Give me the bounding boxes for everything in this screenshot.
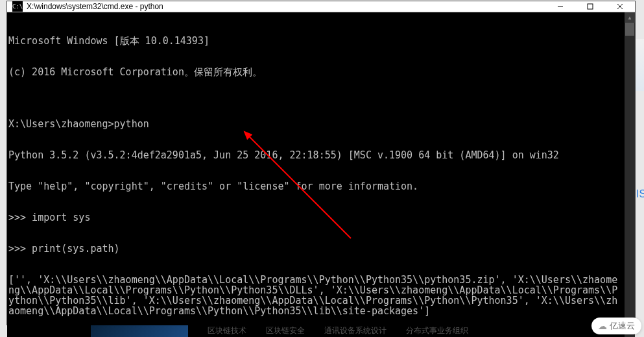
- background-accent-text: IS: [636, 188, 644, 200]
- minimize-icon: [557, 3, 564, 10]
- background-strip: [636, 39, 644, 91]
- background-thumbnail: [91, 325, 188, 337]
- footer-item: 分布式事业务组织: [406, 325, 468, 337]
- terminal-line: >>> print(sys.path): [8, 243, 623, 254]
- close-button[interactable]: [605, 1, 635, 12]
- terminal-line: (c) 2016 Microsoft Corporation。保留所有权利。: [8, 67, 623, 77]
- scroll-up-button[interactable]: ▲: [625, 12, 635, 23]
- cmd-icon: C:\: [12, 1, 23, 12]
- watermark-badge: ☁ 亿速云: [591, 318, 641, 334]
- maximize-button[interactable]: [575, 1, 605, 12]
- terminal-line: ['', 'X:\\Users\\zhaomeng\\AppData\\Loca…: [8, 275, 623, 316]
- terminal-line: Type "help", "copyright", "credits" or "…: [8, 181, 623, 192]
- terminal-area[interactable]: Microsoft Windows [版本 10.0.14393] (c) 20…: [7, 12, 635, 337]
- svg-rect-1: [588, 4, 593, 9]
- titlebar[interactable]: C:\ X:\windows\system32\cmd.exe - python: [7, 1, 635, 12]
- footer-item: 区块链安全: [266, 325, 305, 337]
- window-title: X:\windows\system32\cmd.exe - python: [27, 2, 545, 11]
- close-icon: [617, 3, 623, 10]
- cloud-icon: ☁: [598, 321, 607, 331]
- maximize-icon: [587, 3, 593, 10]
- watermark-text: 亿速云: [610, 320, 635, 332]
- terminal-line: X:\Users\zhaomeng>python: [8, 119, 623, 129]
- vertical-scrollbar[interactable]: ▲ ▼: [625, 12, 635, 337]
- minimize-button[interactable]: [545, 1, 575, 12]
- footer-item: 区块链技术: [208, 325, 246, 337]
- background-footer: 区块链技术 区块链安全 通讯设备系统设计 分布式事业务组织: [6, 325, 636, 337]
- scroll-thumb[interactable]: [625, 23, 634, 36]
- cmd-window: C:\ X:\windows\system32\cmd.exe - python…: [6, 1, 636, 325]
- terminal-line: Microsoft Windows [版本 10.0.14393]: [8, 36, 623, 46]
- terminal-line: >>> import sys: [8, 212, 623, 223]
- footer-item: 通讯设备系统设计: [324, 325, 387, 337]
- terminal-content[interactable]: Microsoft Windows [版本 10.0.14393] (c) 20…: [7, 12, 625, 337]
- terminal-line: Python 3.5.2 (v3.5.2:4def2a2901a5, Jun 2…: [8, 150, 623, 160]
- window-controls: [545, 1, 635, 12]
